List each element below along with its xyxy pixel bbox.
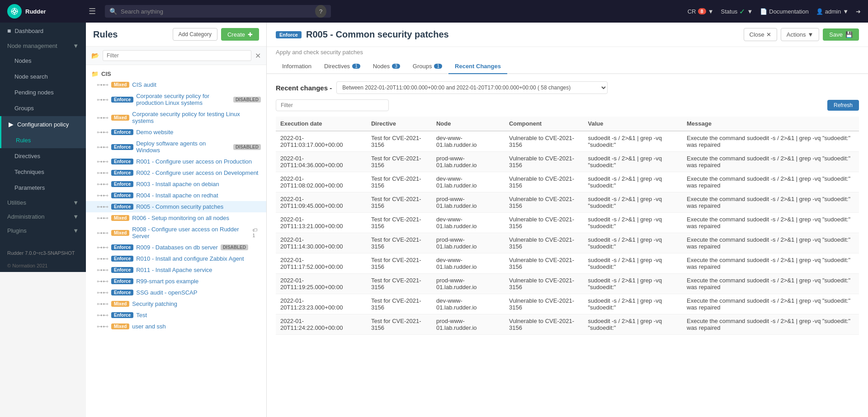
cell-node: prod-www-01.lab.rudder.io (432, 274, 505, 294)
category-folder-icon: 📁 (91, 70, 99, 77)
add-category-button[interactable]: Add Category (173, 28, 217, 41)
changes-table: Execution date Directive Node Component … (276, 117, 859, 335)
rule-item[interactable]: ⊶⊷ Mixed R008 - Configure user access on… (86, 224, 266, 242)
documentation-button[interactable]: 📄 Documentation (760, 8, 808, 15)
sidebar-group-node-management[interactable]: Node management ▼ (0, 39, 86, 53)
tab-groups[interactable]: Groups 1 (406, 59, 448, 74)
cell-node: dev-www-01.lab.rudder.io (432, 213, 505, 233)
refresh-button[interactable]: Refresh (827, 100, 859, 111)
table-row[interactable]: 2022-01-20T11:17:52.000+00:00 Test for C… (276, 253, 859, 274)
rule-item[interactable]: ⊶⊷ Enforce R011 - Install Apache service (86, 264, 266, 276)
tab-recent-changes[interactable]: Recent Changes (448, 59, 507, 74)
search-input[interactable] (121, 8, 311, 15)
table-row[interactable]: 2022-01-20T11:04:36.000+00:00 Test for C… (276, 152, 859, 172)
sidebar-item-rules[interactable]: Rules (0, 132, 86, 148)
user-icon: 👤 (816, 8, 823, 15)
menu-toggle[interactable]: ☰ (85, 5, 99, 18)
tab-information[interactable]: Information (276, 59, 318, 74)
table-row[interactable]: 2022-01-20T11:19:25.000+00:00 Test for C… (276, 274, 859, 294)
nav-right: CR 8 ▼ Status ✓ ▼ 📄 Documentation 👤 admi… (688, 7, 861, 16)
cell-node: prod-www-01.lab.rudder.io (432, 233, 505, 253)
rule-item-r005[interactable]: ⊶⊷ Enforce R005 - Common security patche… (86, 201, 266, 212)
rule-item[interactable]: ⊶⊷ Enforce R009 - Databases on db server… (86, 242, 266, 253)
time-range-select[interactable]: Between 2022-01-20T11:00:00.000+00:00 an… (336, 81, 608, 94)
rule-item[interactable]: ⊶⊷ Mixed R006 - Setup monitoring on all … (86, 212, 266, 224)
sidebar-group-plugins[interactable]: Plugins ▼ (0, 224, 86, 238)
rule-icons: ⊶⊷ (97, 289, 108, 296)
cell-date: 2022-01-20T11:08:02.000+00:00 (276, 172, 367, 192)
tab-nodes[interactable]: Nodes 3 (367, 59, 406, 74)
rule-icons: ⊶⊷ (97, 181, 108, 187)
cell-message: Execute the command sudoedit -s / 2>&1 |… (682, 172, 859, 192)
rule-item[interactable]: ⊶⊷ Enforce R004 - Install apache on redh… (86, 190, 266, 201)
cell-component: Vulnerable to CVE-2021-3156 (505, 192, 584, 213)
save-button[interactable]: Save 💾 (823, 28, 859, 41)
cell-date: 2022-01-20T11:03:17.000+00:00 (276, 131, 367, 152)
badge-enforce: Enforce (111, 278, 133, 284)
create-button[interactable]: Create ✚ (221, 28, 259, 41)
cell-node: prod-www-01.lab.rudder.io (432, 192, 505, 213)
table-row[interactable]: 2022-01-20T11:24:22.000+00:00 Test for C… (276, 314, 859, 335)
cell-date: 2022-01-20T11:04:36.000+00:00 (276, 152, 367, 172)
rule-item[interactable]: ⊶⊷ Mixed Corporate security policy for t… (86, 108, 266, 127)
sidebar: ■ Dashboard Node management ▼ Nodes Node… (0, 23, 86, 272)
sidebar-group-administration[interactable]: Administration ▼ (0, 210, 86, 224)
rule-item[interactable]: ⊶⊷ Enforce R010 - Install and configure … (86, 253, 266, 264)
rules-filter-input[interactable] (103, 50, 251, 61)
badge-mixed: Mixed (111, 82, 129, 88)
rule-item[interactable]: ⊶⊷ Enforce R003 - Install apache on debi… (86, 178, 266, 190)
rule-item[interactable]: ⊶⊷ Enforce R002 - Configure user access … (86, 167, 266, 178)
table-row[interactable]: 2022-01-20T11:08:02.000+00:00 Test for C… (276, 172, 859, 192)
chevron-icon: ▼ (73, 227, 79, 234)
cell-component: Vulnerable to CVE-2021-3156 (505, 213, 584, 233)
sidebar-item-nodes[interactable]: Nodes (0, 53, 86, 69)
cell-date: 2022-01-20T11:24:22.000+00:00 (276, 314, 367, 335)
table-row[interactable]: 2022-01-20T11:13:21.000+00:00 Test for C… (276, 213, 859, 233)
rule-name: R99-smart pos example (136, 278, 198, 285)
cell-component: Vulnerable to CVE-2021-3156 (505, 131, 584, 152)
sidebar-item-parameters[interactable]: Parameters (0, 180, 86, 196)
admin-button[interactable]: 👤 admin ▼ (816, 8, 849, 15)
rule-name: R001 - Configure user access on Producti… (136, 158, 252, 165)
rule-item[interactable]: ⊶⊷ Mixed Security patching (86, 298, 266, 309)
sidebar-item-techniques[interactable]: Techniques (0, 164, 86, 180)
detail-panel: Enforce R005 - Common security patches C… (267, 23, 868, 417)
sidebar-item-groups[interactable]: Groups (0, 100, 86, 116)
svg-point-0 (13, 10, 16, 13)
table-row[interactable]: 2022-01-20T11:09:45.000+00:00 Test for C… (276, 192, 859, 213)
table-row[interactable]: 2022-01-20T11:23:23.000+00:00 Test for C… (276, 294, 859, 314)
sidebar-item-directives[interactable]: Directives (0, 148, 86, 164)
tab-directives[interactable]: Directives 1 (318, 59, 367, 74)
rule-icons: ⊶⊷ (97, 300, 108, 307)
sidebar-item-pending-nodes[interactable]: Pending nodes (0, 84, 86, 100)
rule-item[interactable]: ⊶⊷ Enforce R001 - Configure user access … (86, 156, 266, 167)
table-row[interactable]: 2022-01-20T11:03:17.000+00:00 Test for C… (276, 131, 859, 152)
rule-item[interactable]: ⊶⊷ Enforce R99-smart pos example (86, 276, 266, 287)
table-row[interactable]: 2022-01-20T11:14:30.000+00:00 Test for C… (276, 233, 859, 253)
rule-item[interactable]: ⊶⊷ Enforce Test (86, 309, 266, 321)
status-button[interactable]: Status ✓ ▼ (721, 7, 753, 16)
groups-count: 1 (434, 64, 442, 69)
rule-item[interactable]: ⊶⊷ Enforce Demo website (86, 127, 266, 138)
clear-filter-button[interactable]: ✕ (255, 52, 261, 60)
sidebar-item-dashboard[interactable]: ■ Dashboard (0, 23, 86, 39)
help-button[interactable]: ? (315, 5, 326, 18)
rc-filter-input[interactable] (276, 99, 389, 111)
actions-button[interactable]: Actions ▼ (781, 28, 820, 41)
rule-item[interactable]: ⊶⊷ Mixed CIS audit (86, 79, 266, 90)
sidebar-item-node-search[interactable]: Node search (0, 69, 86, 84)
rule-item[interactable]: ⊶⊷ Enforce Corporate security policy for… (86, 90, 266, 108)
sidebar-group-utilities[interactable]: Utilities ▼ (0, 196, 86, 210)
cell-component: Vulnerable to CVE-2021-3156 (505, 152, 584, 172)
rc-title: Recent changes - (276, 84, 332, 92)
logout-button[interactable]: ➜ (856, 8, 861, 15)
rule-icons: ⊶⊷ (97, 96, 108, 103)
cr-button[interactable]: CR 8 ▼ (688, 8, 714, 15)
close-button[interactable]: Close ✕ (744, 28, 777, 41)
rule-item[interactable]: ⊶⊷ Enforce SSG audit - openSCAP (86, 287, 266, 298)
rule-item[interactable]: ⊶⊷ Enforce Deploy software agents on Win… (86, 138, 266, 156)
chevron-icon: ▼ (73, 199, 79, 206)
rule-item[interactable]: ⊶⊷ Mixed user and ssh (86, 321, 266, 332)
sidebar-item-configuration-policy[interactable]: ▶ Configuration policy (0, 116, 86, 132)
badge-enforce: Enforce (111, 181, 133, 187)
